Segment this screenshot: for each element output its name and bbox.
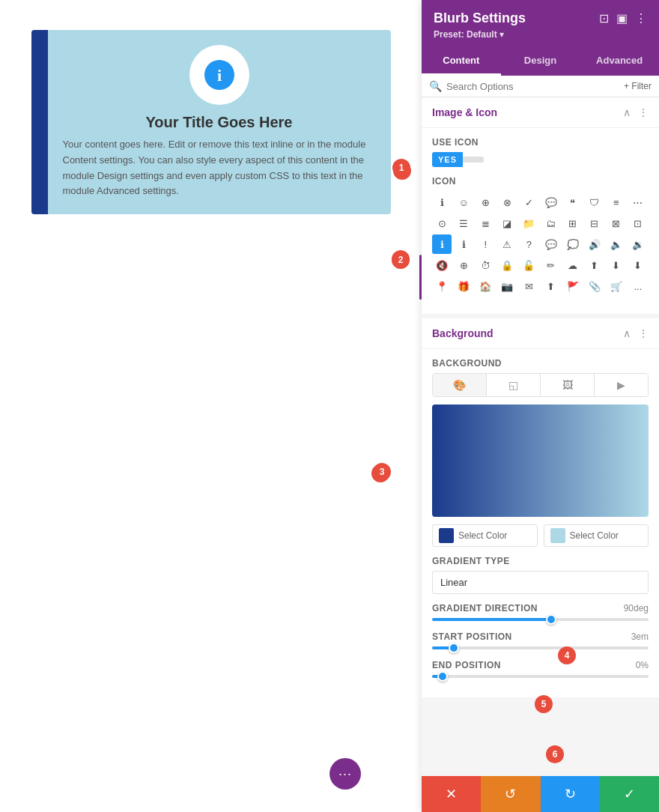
icon-cell[interactable]: 💬 bbox=[541, 234, 561, 254]
dots-button[interactable]: ··· bbox=[330, 758, 361, 790]
image-icon-section: Image & Icon ∧ ⋮ Use Icon YES Icon bbox=[422, 97, 659, 314]
search-input[interactable] bbox=[446, 81, 619, 92]
icon-cell[interactable]: ⬆ bbox=[585, 255, 604, 275]
bg-tab-video[interactable]: ▶ bbox=[595, 374, 648, 396]
icon-cell[interactable]: 🗂 bbox=[541, 213, 561, 233]
refresh-button[interactable]: ↻ bbox=[541, 776, 600, 812]
icon-cell[interactable]: ◪ bbox=[497, 213, 517, 233]
icon-cell[interactable]: ℹ bbox=[432, 193, 452, 212]
icon-cell[interactable]: ✓ bbox=[519, 193, 538, 212]
icon-cell[interactable]: 📍 bbox=[432, 276, 452, 296]
icon-cell[interactable]: ⊠ bbox=[607, 213, 626, 233]
reset-button[interactable]: ↺ bbox=[481, 776, 540, 812]
icon-cell[interactable]: 💭 bbox=[563, 234, 583, 254]
icon-cell[interactable]: 🔉 bbox=[628, 234, 648, 254]
background-section: Background ∧ ⋮ Background 🎨 ◱ bbox=[422, 318, 659, 697]
icon-cell[interactable]: ⊟ bbox=[585, 213, 604, 233]
icon-cell[interactable]: 🛒 bbox=[607, 276, 626, 296]
tab-design[interactable]: Design bbox=[501, 47, 580, 76]
save-button[interactable]: ✓ bbox=[600, 776, 659, 812]
icon-cell[interactable]: ... bbox=[628, 276, 648, 296]
icon-cell[interactable]: 🏠 bbox=[476, 276, 495, 296]
icon-cell[interactable]: ⊡ bbox=[628, 213, 648, 233]
icon-cell[interactable]: 📎 bbox=[585, 276, 604, 296]
icon-cell[interactable]: 🛡 bbox=[585, 193, 604, 212]
icon-cell[interactable]: ☺ bbox=[454, 193, 473, 212]
icon-cell[interactable]: ⊞ bbox=[563, 213, 583, 233]
icon-cell[interactable]: 🚩 bbox=[563, 276, 583, 296]
gradient-direction-header: Gradient Direction 90deg bbox=[432, 603, 649, 613]
icon-cell[interactable]: ✏ bbox=[541, 255, 561, 275]
cancel-button[interactable]: ✕ bbox=[422, 776, 481, 812]
bg-collapse-icon[interactable]: ∧ bbox=[623, 327, 631, 339]
icon-cell[interactable]: ? bbox=[519, 234, 538, 254]
color-swatch-2[interactable]: Select Color bbox=[544, 524, 649, 547]
start-position-thumb[interactable] bbox=[449, 643, 459, 653]
icon-cell[interactable]: 💬 bbox=[541, 193, 561, 212]
cancel-icon: ✕ bbox=[446, 786, 457, 802]
color-swatch-1[interactable]: Select Color bbox=[432, 524, 538, 547]
gradient-direction-track[interactable] bbox=[432, 618, 649, 621]
gradient-preview[interactable] bbox=[432, 405, 649, 517]
toggle-yes[interactable]: YES bbox=[432, 152, 463, 167]
bg-tab-image[interactable]: 🖼 bbox=[541, 374, 595, 396]
background-title: Background bbox=[432, 327, 494, 339]
icon-cell[interactable]: 🔇 bbox=[432, 255, 452, 275]
icon-cell[interactable]: 🔒 bbox=[497, 255, 517, 275]
icon-cell[interactable]: ≡ bbox=[607, 193, 626, 212]
icon-cell[interactable]: ≣ bbox=[476, 213, 495, 233]
icon-cell[interactable]: 📷 bbox=[497, 276, 517, 296]
icon-cell[interactable]: 🔊 bbox=[585, 234, 604, 254]
tab-advanced[interactable]: Advanced bbox=[580, 47, 659, 76]
section-more-icon[interactable]: ⋮ bbox=[638, 106, 649, 118]
collapse-icon[interactable]: ∧ bbox=[623, 106, 631, 118]
fullscreen-icon[interactable]: ⊡ bbox=[599, 11, 609, 25]
icon-cell-selected[interactable]: ℹ bbox=[432, 234, 452, 254]
icon-cell[interactable]: ⋯ bbox=[628, 193, 648, 212]
icon-cell[interactable]: ⬇ bbox=[607, 255, 626, 275]
panel-header-top: Blurb Settings ⊡ ▣ ⋮ bbox=[434, 10, 647, 26]
settings-panel: Blurb Settings ⊡ ▣ ⋮ Preset: Default ▾ C… bbox=[422, 0, 659, 812]
gradient-type-field: Gradient Type Linear bbox=[432, 556, 649, 594]
icon-cell[interactable]: 🎁 bbox=[454, 276, 473, 296]
icon-cell[interactable]: ☁ bbox=[563, 255, 583, 275]
start-position-label: Start Position bbox=[432, 631, 512, 642]
icon-cell[interactable]: ☰ bbox=[454, 213, 473, 233]
filter-button[interactable]: + Filter bbox=[624, 81, 652, 91]
tab-content[interactable]: Content bbox=[422, 47, 501, 76]
preset-label[interactable]: Preset: Default ▾ bbox=[434, 29, 647, 40]
end-position-track[interactable] bbox=[432, 675, 649, 678]
icon-cell[interactable]: ⬇ bbox=[628, 255, 648, 275]
icon-cell[interactable]: ❝ bbox=[563, 193, 583, 212]
image-icon: 🖼 bbox=[562, 379, 573, 391]
bg-tab-gradient[interactable]: ◱ bbox=[487, 374, 541, 396]
icon-cell[interactable]: 📁 bbox=[519, 213, 538, 233]
icon-cell[interactable]: ⬆ bbox=[541, 276, 561, 296]
icon-cell[interactable]: ⊗ bbox=[497, 193, 517, 212]
icon-cell[interactable]: 🔓 bbox=[519, 255, 538, 275]
end-position-thumb[interactable] bbox=[437, 671, 448, 682]
toggle-no[interactable] bbox=[463, 157, 484, 163]
icon-cell[interactable]: ! bbox=[476, 234, 495, 254]
start-position-track[interactable] bbox=[432, 646, 649, 649]
icon-cell[interactable]: ⚠ bbox=[497, 234, 517, 254]
start-position-header: Start Position 3em bbox=[432, 631, 649, 642]
icon-cell[interactable]: ⏱ bbox=[476, 255, 495, 275]
bg-tab-color[interactable]: 🎨 bbox=[433, 374, 487, 396]
image-icon-body: Use Icon YES Icon ℹ ☺ ⊕ ⊗ ✓ bbox=[422, 128, 659, 314]
gradient-direction-thumb[interactable] bbox=[546, 614, 556, 625]
color-swatch-light bbox=[550, 528, 565, 543]
blurb-icon-circle: i bbox=[189, 45, 249, 105]
icon-cell[interactable]: 🔈 bbox=[607, 234, 626, 254]
icon-cell[interactable]: ⊙ bbox=[432, 213, 452, 233]
icon-cell[interactable]: ✉ bbox=[519, 276, 538, 296]
icon-cell[interactable]: ⊕ bbox=[454, 255, 473, 275]
gradient-type-select[interactable]: Linear bbox=[432, 571, 649, 594]
use-icon-toggle[interactable]: YES bbox=[432, 152, 649, 167]
layout-icon[interactable]: ▣ bbox=[616, 11, 628, 25]
more-icon[interactable]: ⋮ bbox=[635, 11, 647, 25]
panel-body[interactable]: 🔍 + Filter Image & Icon ∧ ⋮ Use Icon YES bbox=[422, 76, 659, 776]
bg-more-icon[interactable]: ⋮ bbox=[638, 327, 649, 339]
icon-cell[interactable]: ℹ bbox=[454, 234, 473, 254]
icon-cell[interactable]: ⊕ bbox=[476, 193, 495, 212]
